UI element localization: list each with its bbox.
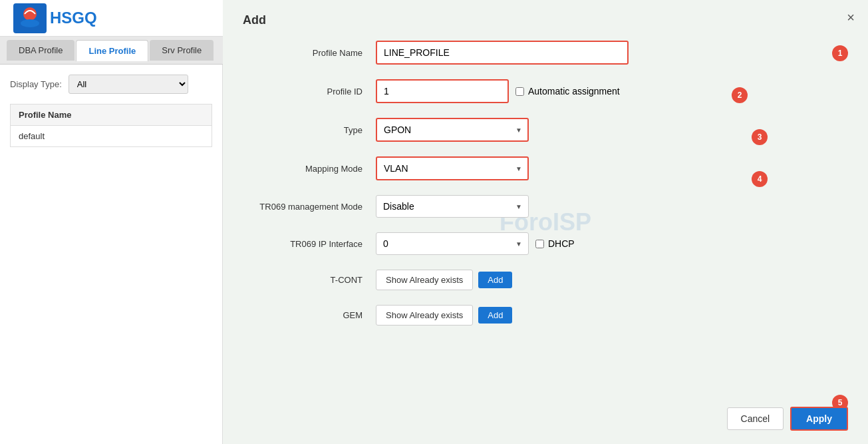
cancel-button[interactable]: Cancel xyxy=(727,407,784,430)
mapping-mode-select[interactable]: VLAN GEM TCI xyxy=(376,156,529,180)
apply-button[interactable]: Apply xyxy=(790,407,848,431)
profile-id-input[interactable] xyxy=(376,79,509,103)
tr069-mode-select[interactable]: Disable Enable xyxy=(376,195,529,218)
tr069-mode-row: TR069 management Mode Disable Enable xyxy=(243,195,848,218)
sidebar-table-header: Profile Name xyxy=(10,104,212,126)
tr069-mode-label: TR069 management Mode xyxy=(243,202,376,212)
modal-title: Add xyxy=(243,13,848,27)
profile-name-label: Profile Name xyxy=(243,48,376,58)
filter-row: Display Type: All xyxy=(10,75,212,94)
tab-srv-profile[interactable]: Srv Profile xyxy=(150,40,214,61)
auto-assign-row: Automatic assignment xyxy=(515,86,620,97)
navbar-left: HSGQ xyxy=(13,3,97,33)
tcont-add-button[interactable]: Add xyxy=(478,272,512,288)
profile-id-label: Profile ID xyxy=(243,87,376,97)
tcont-show-exists-button[interactable]: Show Already exists xyxy=(376,270,473,290)
badge-3: 3 xyxy=(752,129,768,145)
profile-id-row: Profile ID Automatic assignment xyxy=(243,79,848,103)
gem-row: GEM Show Already exists Add xyxy=(243,305,848,326)
modal-close-button[interactable]: × xyxy=(847,10,855,25)
badge-2: 2 xyxy=(732,87,748,103)
brand-text: HSGQ xyxy=(50,9,97,27)
tr069-ip-select[interactable]: 0 xyxy=(376,232,529,255)
dhcp-checkbox[interactable] xyxy=(535,240,544,248)
type-select-wrapper: GPON EPON XGS-PON xyxy=(376,118,529,142)
tcont-label: T-CONT xyxy=(243,275,376,285)
auto-assign-label: Automatic assignment xyxy=(528,86,620,97)
svg-point-1 xyxy=(21,19,39,27)
display-type-select[interactable]: All xyxy=(69,75,188,94)
badge-1: 1 xyxy=(832,45,848,61)
profile-name-input[interactable] xyxy=(376,41,629,65)
auto-assign-checkbox[interactable] xyxy=(515,87,524,96)
tr069-ip-select-wrapper: 0 xyxy=(376,232,529,255)
sidebar: Display Type: All Profile Name default xyxy=(0,65,223,444)
gem-show-exists-button[interactable]: Show Already exists xyxy=(376,305,473,326)
gem-label: GEM xyxy=(243,310,376,320)
tr069-ip-label: TR069 IP Interface xyxy=(243,239,376,249)
dhcp-row: DHCP xyxy=(535,238,575,249)
gem-add-button[interactable]: Add xyxy=(478,307,512,324)
type-label: Type xyxy=(243,125,376,135)
profile-name-row: Profile Name xyxy=(243,41,848,65)
mapping-mode-select-wrapper: VLAN GEM TCI xyxy=(376,156,529,180)
type-select[interactable]: GPON EPON XGS-PON xyxy=(376,118,529,142)
dhcp-label: DHCP xyxy=(548,238,575,249)
modal-footer: Cancel Apply xyxy=(727,407,848,431)
tcont-row: T-CONT Show Already exists Add xyxy=(243,270,848,290)
badge-4: 4 xyxy=(752,171,768,187)
sidebar-row-default[interactable]: default xyxy=(10,126,212,147)
modal-dialog: Add × ForoISP 1 Profile Name 2 Profile I… xyxy=(223,0,868,444)
tr069-mode-select-wrapper: Disable Enable xyxy=(376,195,529,218)
logo-icon xyxy=(13,3,47,33)
tab-line-profile[interactable]: Line Profile xyxy=(76,40,148,61)
filter-label: Display Type: xyxy=(10,79,62,89)
mapping-mode-label: Mapping Mode xyxy=(243,164,376,174)
logo: HSGQ xyxy=(13,3,97,33)
tab-dba-profile[interactable]: DBA Profile xyxy=(7,40,74,61)
tr069-ip-row: TR069 IP Interface 0 DHCP xyxy=(243,232,848,255)
